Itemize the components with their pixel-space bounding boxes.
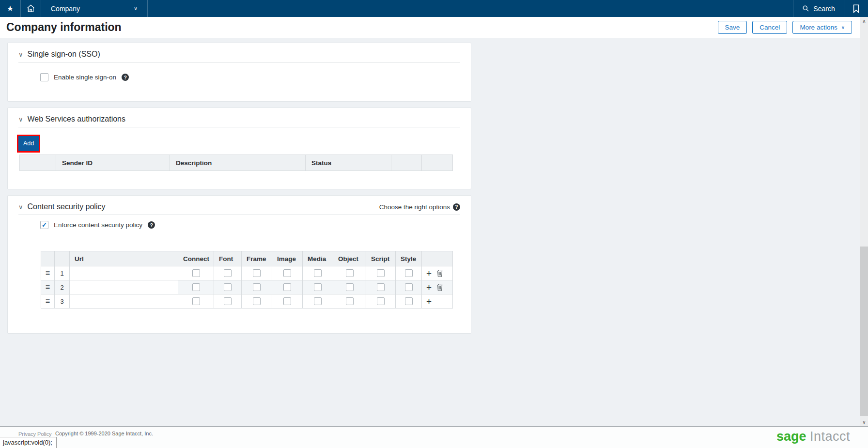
enforce-csp-row: ✓ Enforce content security policy ? [40,221,155,229]
scroll-down-icon[interactable]: ∨ [860,418,868,426]
csp-header-actions [422,251,453,266]
object-checkbox[interactable] [346,283,354,291]
cancel-button[interactable]: Cancel [752,21,787,34]
media-checkbox[interactable] [314,269,322,277]
save-button[interactable]: Save [718,21,747,34]
home-button[interactable] [21,0,41,17]
web-services-section-header: ∨ Web Services authorizations [18,115,460,127]
favorites-button[interactable]: ★ [0,0,21,17]
drag-handle-icon[interactable]: ≡ [41,294,55,309]
frame-checkbox[interactable] [253,269,261,277]
csp-table: Url Connect Font Frame Image Media Objec… [41,251,453,309]
vertical-scrollbar[interactable]: ∧ ∨ [860,17,868,426]
csp-header-drag [41,251,55,266]
web-services-section: ∨ Web Services authorizations Add Sender… [7,108,471,189]
csp-header-frame: Frame [242,251,272,266]
more-actions-button[interactable]: More actions ∨ [792,21,852,34]
style-checkbox[interactable] [405,297,413,305]
csp-section-header: ∨ Content security policy Choose the rig… [18,202,460,215]
frame-checkbox[interactable] [253,283,261,291]
collapse-chevron-icon[interactable]: ∨ [18,51,23,58]
csp-header-font: Font [214,251,242,266]
object-checkbox[interactable] [346,269,354,277]
style-checkbox[interactable] [405,283,413,291]
object-checkbox[interactable] [346,297,354,305]
enforce-csp-checkbox[interactable]: ✓ [40,221,48,229]
logo-sage: sage [776,429,806,444]
csp-help-text[interactable]: Choose the right options [379,203,450,211]
script-checkbox[interactable] [377,283,385,291]
url-input[interactable] [70,294,178,309]
image-checkbox[interactable] [283,297,291,305]
delete-row-icon[interactable] [436,269,443,277]
privacy-policy-link[interactable]: Privacy Policy [18,431,51,437]
ws-header-sender-id: Sender ID [56,155,170,171]
drag-handle-icon[interactable]: ≡ [41,280,55,294]
chevron-down-icon: ∨ [134,5,138,12]
csp-header-media: Media [303,251,333,266]
web-services-section-title: Web Services authorizations [28,115,125,124]
script-checkbox[interactable] [377,297,385,305]
table-row: ≡ 1 + [41,266,453,280]
sage-intacct-logo: sage Intacct [776,430,850,444]
add-row-icon[interactable]: + [426,297,432,306]
collapse-chevron-icon[interactable]: ∨ [18,116,23,123]
image-checkbox[interactable] [283,269,291,277]
csp-header-style: Style [396,251,422,266]
url-input[interactable] [70,266,178,280]
sso-section-title: Single sign-on (SSO) [28,50,100,59]
application-menu[interactable]: Company ∨ [41,0,148,17]
logo-intacct: Intacct [810,429,850,444]
font-checkbox[interactable] [224,283,232,291]
style-checkbox[interactable] [405,269,413,277]
add-authorization-button[interactable]: Add [18,136,39,151]
csp-section-title: Content security policy [28,202,106,211]
ws-header-description: Description [170,155,306,171]
image-checkbox[interactable] [283,283,291,291]
connect-checkbox[interactable] [192,269,200,277]
script-checkbox[interactable] [377,269,385,277]
more-actions-label: More actions [800,24,837,31]
add-row-icon[interactable]: + [426,269,432,278]
csp-header-connect: Connect [178,251,214,266]
scroll-up-icon[interactable]: ∧ [860,17,868,25]
scrollbar-thumb[interactable] [860,247,868,416]
help-icon[interactable]: ? [122,74,129,81]
font-checkbox[interactable] [224,269,232,277]
page-title: Company information [6,17,122,38]
collapse-chevron-icon[interactable]: ∨ [18,203,23,211]
drag-handle-icon[interactable]: ≡ [41,266,55,280]
connect-checkbox[interactable] [192,297,200,305]
url-input[interactable] [70,280,178,294]
frame-checkbox[interactable] [253,297,261,305]
sso-section: ∨ Single sign-on (SSO) Enable single sig… [7,43,471,102]
delete-row-icon[interactable] [436,283,443,291]
copyright-text: Copyright © 1999-2020 Sage Intacct, Inc. [55,431,153,436]
help-icon[interactable]: ? [453,203,460,211]
connect-checkbox[interactable] [192,283,200,291]
enable-sso-row: Enable single sign-on ? [40,73,129,81]
ws-header-empty [422,155,453,171]
add-row-icon[interactable]: + [426,283,432,292]
media-checkbox[interactable] [314,297,322,305]
highlight-box: Add [17,135,40,153]
csp-section: ∨ Content security policy Choose the rig… [7,195,471,334]
csp-header-script: Script [366,251,396,266]
media-checkbox[interactable] [314,283,322,291]
title-bar: Company information Save Cancel More act… [0,17,868,38]
search-label: Search [813,5,835,13]
enable-sso-checkbox[interactable] [40,73,48,81]
bookmarks-button[interactable] [844,0,868,17]
row-number: 1 [55,266,70,280]
nav-spacer [148,0,793,17]
search-button[interactable]: Search [793,0,844,17]
font-checkbox[interactable] [224,297,232,305]
table-header-row: Sender ID Description Status [20,155,453,171]
check-icon: ✓ [42,222,47,228]
sso-section-header: ∨ Single sign-on (SSO) [18,50,460,62]
table-row: ≡ 3 + [41,294,453,309]
enable-sso-label: Enable single sign-on [54,74,116,81]
browser-status-bar: javascript:void(0); [0,437,57,448]
help-icon[interactable]: ? [148,221,155,229]
application-menu-label: Company [51,5,80,13]
